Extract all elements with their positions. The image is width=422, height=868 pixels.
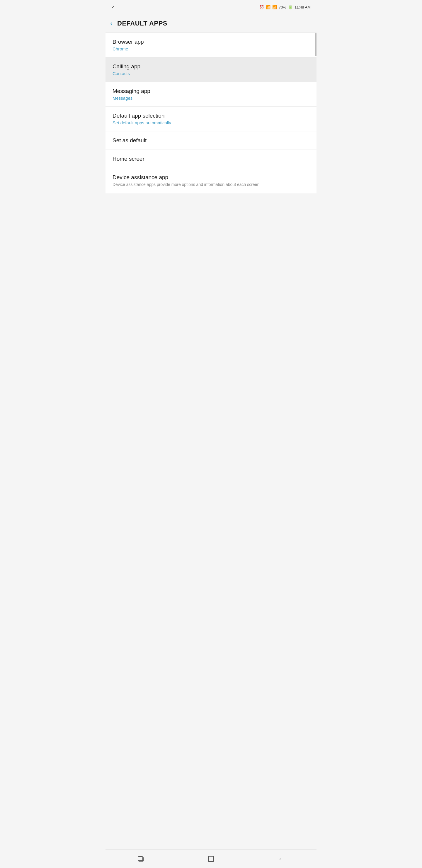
list-container: Browser app Chrome Calling app Contacts … — [105, 33, 317, 194]
home-button[interactable] — [204, 853, 218, 865]
calling-app-item[interactable]: Calling app Contacts — [105, 58, 317, 82]
browser-app-title: Browser app — [112, 39, 310, 45]
recent-apps-button[interactable] — [134, 853, 148, 865]
default-app-selection-title: Default app selection — [112, 113, 310, 119]
home-screen-title: Home screen — [112, 156, 310, 162]
time-display: 11:48 AM — [294, 5, 311, 9]
back-nav-button[interactable]: ← — [274, 853, 288, 865]
top-nav: ‹ DEFAULT APPS — [105, 14, 317, 33]
scrollbar-thumb — [315, 33, 317, 56]
back-nav-icon: ← — [278, 855, 285, 863]
messaging-app-subtitle: Messages — [112, 96, 310, 101]
calling-app-title: Calling app — [112, 63, 310, 70]
svg-rect-1 — [138, 857, 143, 861]
checkmark-icon: ✓ — [111, 5, 115, 9]
calling-app-subtitle: Contacts — [112, 71, 310, 76]
page-title: DEFAULT APPS — [117, 20, 167, 27]
messaging-app-title: Messaging app — [112, 88, 310, 94]
scrollbar-track — [315, 33, 317, 194]
status-bar: ✓ ⏰ 📶 📶 70% 🔋 11:48 AM — [105, 0, 317, 14]
battery-icon: 🔋 — [288, 5, 293, 9]
back-button[interactable]: ‹ — [110, 19, 112, 28]
set-as-default-title: Set as default — [112, 137, 310, 144]
empty-space — [105, 194, 317, 849]
bottom-nav-bar: ← — [105, 849, 317, 868]
wifi-icon: 📶 — [266, 5, 270, 9]
status-bar-right: ⏰ 📶 📶 70% 🔋 11:48 AM — [259, 5, 311, 9]
device-assistance-app-subtitle: Device assistance apps provide more opti… — [112, 182, 310, 188]
home-icon — [208, 856, 214, 862]
recent-apps-icon — [137, 856, 144, 862]
battery-level: 70% — [279, 5, 286, 9]
device-assistance-app-title: Device assistance app — [112, 174, 310, 181]
default-app-selection-item[interactable]: Default app selection Set default apps a… — [105, 107, 317, 131]
alarm-icon: ⏰ — [259, 5, 264, 9]
browser-app-subtitle: Chrome — [112, 46, 310, 51]
browser-app-item[interactable]: Browser app Chrome — [105, 33, 317, 58]
default-app-selection-subtitle: Set default apps automatically — [112, 120, 310, 125]
messaging-app-item[interactable]: Messaging app Messages — [105, 82, 317, 107]
home-screen-item[interactable]: Home screen — [105, 150, 317, 168]
device-assistance-app-item[interactable]: Device assistance app Device assistance … — [105, 168, 317, 194]
signal-icon: 📶 — [272, 5, 277, 9]
set-as-default-item[interactable]: Set as default — [105, 131, 317, 150]
list-scroll-area: Browser app Chrome Calling app Contacts … — [105, 33, 317, 194]
